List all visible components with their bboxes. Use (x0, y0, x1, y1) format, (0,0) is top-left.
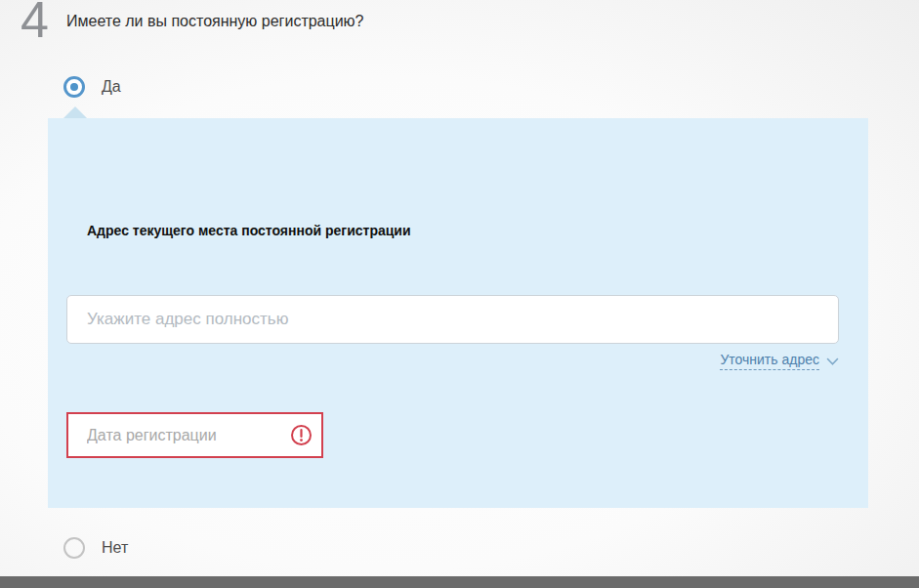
step-number: 4 (21, 0, 47, 49)
radio-label-no: Нет (102, 539, 128, 557)
radio-button-yes[interactable] (63, 76, 85, 98)
radio-label-yes: Да (102, 78, 121, 96)
date-field[interactable] (66, 412, 323, 458)
radio-button-no[interactable] (63, 537, 85, 559)
panel-caret (63, 106, 87, 118)
error-exclamation-icon (290, 424, 313, 446)
clarify-address-link[interactable]: Уточнить адрес (720, 352, 819, 370)
chevron-down-icon[interactable] (826, 357, 839, 366)
bottom-bar (0, 576, 919, 588)
clarify-address-link-row[interactable]: Уточнить адрес (727, 351, 839, 370)
address-input[interactable] (66, 295, 839, 344)
question-title: Имеете ли вы постоянную регистрацию? (66, 13, 364, 30)
radio-option-no[interactable]: Нет (63, 537, 128, 559)
radio-option-yes[interactable]: Да (63, 76, 121, 98)
address-label: Адрес текущего места постоянной регистра… (87, 223, 411, 238)
registration-date-input[interactable] (68, 427, 290, 444)
